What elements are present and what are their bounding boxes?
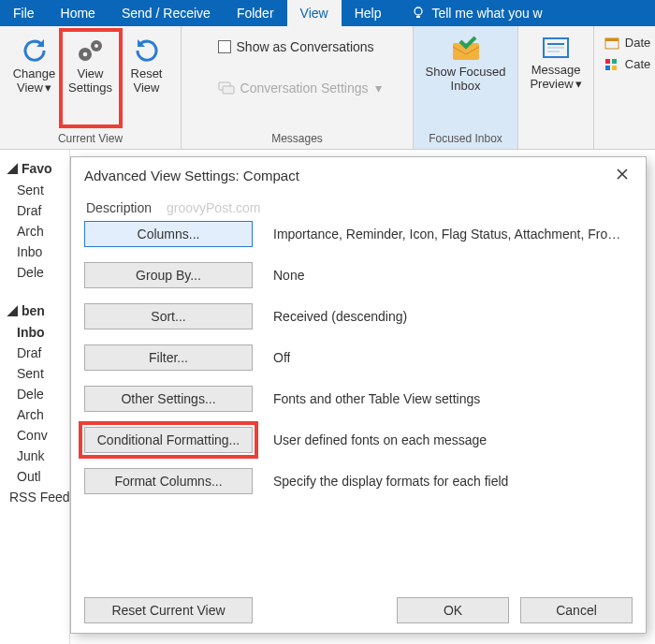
- sort-desc: Received (descending): [273, 309, 407, 324]
- tab-help[interactable]: Help: [342, 0, 395, 26]
- show-focused-inbox-label: Show Focused Inbox: [421, 66, 511, 94]
- group-label-arrangement: [518, 130, 593, 149]
- view-settings-label: View Settings: [63, 67, 119, 95]
- date-button[interactable]: Date: [604, 36, 650, 50]
- conditional-formatting-desc: User defined fonts on each message: [273, 432, 487, 447]
- reset-view-label: Reset View: [119, 67, 175, 95]
- categories-label: Cate: [625, 57, 650, 71]
- tab-home[interactable]: Home: [48, 0, 109, 26]
- nav-item[interactable]: Arch: [0, 221, 69, 242]
- show-as-conversations-checkbox[interactable]: Show as Conversations: [218, 39, 374, 54]
- format-columns-button[interactable]: Format Columns...: [84, 468, 253, 494]
- tab-folder[interactable]: Folder: [224, 0, 287, 26]
- group-label-right: [594, 130, 655, 149]
- dialog-section-label: Description: [86, 200, 152, 215]
- nav-item[interactable]: Arch: [0, 404, 69, 425]
- advanced-view-settings-dialog: Advanced View Settings: Compact Descript…: [71, 157, 646, 633]
- filter-desc: Off: [273, 350, 290, 365]
- tell-me-search[interactable]: Tell me what you w: [398, 0, 555, 26]
- svg-rect-14: [605, 59, 610, 64]
- nav-item[interactable]: Sent: [0, 180, 69, 200]
- undo-arrow-icon: [132, 36, 162, 66]
- lightbulb-icon: [411, 6, 426, 21]
- conversation-settings-label: Conversation Settings: [240, 80, 369, 95]
- change-view-button[interactable]: Change View▾: [7, 32, 63, 124]
- watermark-text: groovyPost.com: [167, 200, 260, 215]
- view-settings-button[interactable]: View Settings: [63, 32, 119, 124]
- svg-point-4: [95, 44, 98, 48]
- svg-rect-6: [223, 86, 234, 94]
- nav-item[interactable]: Sent: [0, 363, 69, 384]
- svg-rect-16: [605, 66, 610, 70]
- svg-rect-13: [605, 38, 619, 41]
- dialog-title: Advanced View Settings: Compact: [84, 168, 299, 183]
- tab-file[interactable]: File: [0, 0, 48, 26]
- close-button[interactable]: [610, 165, 634, 185]
- categories-button[interactable]: Cate: [604, 57, 650, 71]
- focused-inbox-icon: [449, 36, 483, 64]
- conversation-icon: [218, 81, 235, 95]
- group-label-current-view: Current View: [0, 130, 181, 149]
- date-label: Date: [625, 36, 650, 50]
- ribbon: Change View▾ View Settings Reset View Cu…: [0, 26, 655, 150]
- svg-rect-15: [612, 59, 617, 64]
- group-by-desc: None: [273, 268, 304, 283]
- nav-favorites-header[interactable]: ◢ Favo: [0, 157, 69, 180]
- svg-point-0: [415, 7, 422, 15]
- group-label-focused-inbox: Focused Inbox: [414, 130, 517, 149]
- close-icon: [616, 168, 629, 181]
- svg-rect-17: [612, 66, 617, 70]
- checkbox-icon: [218, 40, 231, 53]
- categories-icon: [604, 58, 619, 71]
- nav-item[interactable]: Dele: [0, 384, 69, 404]
- reset-view-button[interactable]: Reset View: [119, 32, 175, 124]
- nav-item[interactable]: Outl: [0, 466, 69, 487]
- message-preview-icon: [541, 36, 571, 62]
- nav-item[interactable]: Draf: [0, 343, 69, 363]
- nav-item[interactable]: Conv: [0, 425, 69, 446]
- other-settings-button[interactable]: Other Settings...: [84, 386, 253, 412]
- tell-me-label: Tell me what you w: [431, 6, 542, 21]
- columns-desc: Importance, Reminder, Icon, Flag Status,…: [273, 227, 629, 242]
- refresh-arrow-icon: [20, 36, 50, 66]
- nav-item[interactable]: RSS Feeds: [0, 487, 69, 507]
- reset-current-view-button[interactable]: Reset Current View: [84, 597, 253, 623]
- nav-item[interactable]: Draf: [0, 200, 69, 221]
- group-label-messages: Messages: [182, 130, 413, 149]
- sort-button[interactable]: Sort...: [84, 303, 253, 329]
- gears-icon: [74, 36, 108, 66]
- nav-item[interactable]: Dele: [0, 262, 69, 283]
- nav-account-header[interactable]: ◢ ben: [0, 300, 69, 322]
- ribbon-tabbar: File Home Send / Receive Folder View Hel…: [0, 0, 655, 26]
- calendar-icon: [604, 37, 619, 50]
- folder-nav[interactable]: ◢ Favo Sent Draf Arch Inbo Dele ◢ ben In…: [0, 150, 70, 644]
- show-focused-inbox-button[interactable]: Show Focused Inbox: [421, 32, 511, 124]
- message-preview-label: Message Preview: [530, 63, 580, 91]
- message-preview-button[interactable]: Message Preview▾: [522, 32, 590, 124]
- other-settings-desc: Fonts and other Table View settings: [273, 391, 480, 406]
- cancel-button[interactable]: Cancel: [520, 597, 633, 623]
- ok-button[interactable]: OK: [397, 597, 509, 623]
- nav-item[interactable]: Inbo: [0, 242, 69, 262]
- conversation-settings-button: Conversation Settings ▾: [218, 80, 383, 95]
- show-as-conversations-label: Show as Conversations: [237, 39, 374, 54]
- tab-view[interactable]: View: [287, 0, 342, 26]
- format-columns-desc: Specify the display formats for each fie…: [273, 474, 508, 489]
- group-by-button[interactable]: Group By...: [84, 262, 253, 288]
- conditional-formatting-button[interactable]: Conditional Formatting...: [84, 427, 253, 453]
- filter-button[interactable]: Filter...: [84, 344, 253, 371]
- nav-item-inbox[interactable]: Inbo: [0, 322, 69, 343]
- nav-item[interactable]: Junk: [0, 446, 69, 466]
- svg-point-2: [82, 52, 87, 57]
- tab-send-receive[interactable]: Send / Receive: [109, 0, 224, 26]
- columns-button[interactable]: Columns...: [84, 221, 253, 247]
